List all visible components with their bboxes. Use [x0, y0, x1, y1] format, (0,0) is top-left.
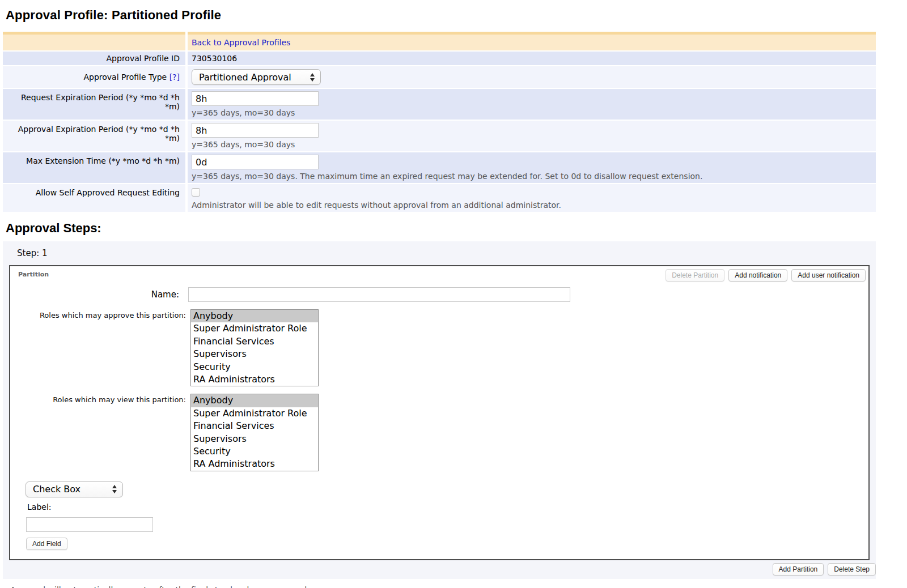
profile-type-label-cell: Approval Profile Type [?] — [3, 66, 185, 88]
approval-expiration-help: y=365 days, mo=30 days — [192, 140, 871, 149]
role-option[interactable]: Anybody — [191, 394, 318, 407]
delete-partition-button[interactable]: Delete Partition — [666, 269, 724, 282]
role-option[interactable]: Anybody — [191, 310, 318, 322]
request-expiration-label: Request Expiration Period (*y *mo *d *h … — [3, 89, 185, 120]
role-option[interactable]: Financial Services — [191, 335, 318, 348]
profile-type-row: Approval Profile Type [?] Partitioned Ap… — [3, 66, 876, 88]
approval-expiration-row: Approval Expiration Period (*y *mo *d *h… — [3, 121, 876, 151]
field-type-selected: Check Box — [33, 484, 80, 495]
add-field-button[interactable]: Add Field — [26, 538, 67, 550]
self-edit-help: Administrator will be able to edit reque… — [192, 201, 871, 210]
request-expiration-input[interactable] — [192, 91, 319, 106]
request-expiration-row: Request Expiration Period (*y *mo *d *h … — [3, 89, 876, 120]
chevron-up-down-icon — [302, 73, 315, 82]
field-label-input[interactable] — [26, 517, 153, 532]
view-roles-listbox[interactable]: AnybodySuper Administrator RoleFinancial… — [190, 394, 319, 471]
add-notification-button[interactable]: Add notification — [728, 269, 787, 282]
step-buttons-row: Add Partition Delete Step — [3, 560, 876, 577]
approve-roles-listbox[interactable]: AnybodySuper Administrator RoleFinancial… — [190, 309, 319, 386]
role-option[interactable]: Super Administrator Role — [191, 322, 318, 335]
partition-buttons: Delete Partition Add notification Add us… — [666, 269, 866, 282]
role-option[interactable]: Financial Services — [191, 420, 318, 432]
approve-roles-row: Roles which may approve this partition: … — [18, 309, 861, 386]
page-title: Approval Profile: Partitioned Profile — [6, 8, 907, 23]
approval-expiration-input[interactable] — [192, 123, 319, 138]
role-option[interactable]: RA Administrators — [191, 458, 318, 470]
approval-expiration-value-cell: y=365 days, mo=30 days — [188, 121, 876, 151]
profile-id-label: Approval Profile ID — [3, 52, 185, 65]
role-option[interactable]: RA Administrators — [191, 373, 318, 386]
role-option[interactable]: Super Administrator Role — [191, 407, 318, 420]
approve-roles-label: Roles which may approve this partition: — [18, 309, 190, 319]
profile-type-help-link[interactable]: [?] — [169, 73, 180, 82]
profile-id-value: 730530106 — [188, 52, 876, 65]
max-extension-input[interactable] — [192, 155, 319, 169]
max-extension-help: y=365 days, mo=30 days. The maximum time… — [192, 172, 871, 181]
approval-profile-type-select[interactable]: Partitioned Approval — [192, 69, 321, 85]
field-type-select[interactable]: Check Box — [26, 482, 123, 497]
self-edit-checkbox[interactable] — [192, 188, 200, 197]
max-extension-value-cell: y=365 days, mo=30 days. The maximum time… — [188, 152, 876, 183]
profile-table: Back to Approval Profiles Approval Profi… — [3, 32, 876, 212]
partition-name-label: Name: — [18, 289, 188, 300]
profile-type-label: Approval Profile Type — [83, 73, 167, 82]
self-edit-label: Allow Self Approved Request Editing — [3, 184, 185, 212]
delete-step-button[interactable]: Delete Step — [828, 563, 876, 576]
add-user-notification-button[interactable]: Add user notification — [791, 269, 866, 282]
view-roles-label: Roles which may view this partition: — [18, 394, 190, 404]
table-header-row: Back to Approval Profiles — [3, 32, 876, 50]
partition-name-row: Name: — [18, 287, 861, 302]
approval-profile-page: Approval Profile: Partitioned Profile Ba… — [0, 0, 907, 588]
role-option[interactable]: Supervisors — [191, 348, 318, 360]
partition-fieldset: Partition Delete Partition Add notificat… — [9, 265, 870, 560]
approval-profile-type-selected: Partitioned Approval — [199, 72, 291, 83]
profile-id-row: Approval Profile ID 730530106 — [3, 52, 876, 65]
step-container: Step: 1 Partition Delete Partition Add n… — [3, 241, 876, 579]
role-option[interactable]: Security — [191, 445, 318, 458]
self-edit-row: Allow Self Approved Request Editing Admi… — [3, 184, 876, 212]
self-edit-value-cell: Administrator will be able to edit reque… — [188, 184, 876, 212]
header-link-cell: Back to Approval Profiles — [188, 32, 876, 50]
auto-execute-note: Approval will automatically execute afte… — [10, 585, 907, 588]
request-expiration-help: y=365 days, mo=30 days — [192, 108, 871, 117]
profile-type-value-cell: Partitioned Approval — [188, 66, 876, 88]
max-extension-row: Max Extension Time (*y *mo *d *h *m) y=3… — [3, 152, 876, 183]
chevron-up-down-icon — [104, 485, 117, 493]
header-empty-cell — [3, 32, 185, 50]
approval-expiration-label: Approval Expiration Period (*y *mo *d *h… — [3, 121, 185, 151]
request-expiration-value-cell: y=365 days, mo=30 days — [188, 89, 876, 120]
step-title: Step: 1 — [17, 248, 876, 258]
role-option[interactable]: Supervisors — [191, 433, 318, 445]
role-option[interactable]: Security — [191, 361, 318, 373]
add-partition-button[interactable]: Add Partition — [773, 563, 824, 576]
max-extension-label: Max Extension Time (*y *mo *d *h *m) — [3, 152, 185, 183]
field-label-caption: Label: — [27, 502, 861, 512]
partition-name-input[interactable] — [188, 287, 570, 302]
view-roles-row: Roles which may view this partition: Any… — [18, 394, 861, 471]
back-to-approval-profiles-link[interactable]: Back to Approval Profiles — [192, 38, 290, 47]
approval-steps-heading: Approval Steps: — [6, 221, 907, 236]
